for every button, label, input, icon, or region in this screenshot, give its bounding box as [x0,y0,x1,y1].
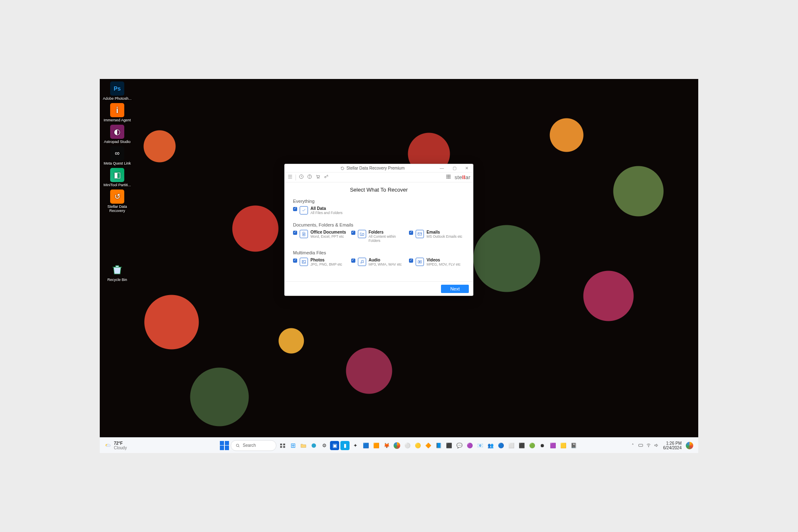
meta-quest-icon [110,146,124,160]
phonelink-icon[interactable]: ▮ [340,441,350,450]
menu-icon[interactable] [287,174,293,181]
teams-icon[interactable]: 👥 [486,441,495,450]
chrome-icon[interactable] [392,441,401,450]
app-generic-7-icon[interactable]: 🔵 [496,441,505,450]
desktop-icon-minitool[interactable]: MiniTool Partiti... [102,168,132,187]
wifi-icon[interactable] [646,443,651,448]
checkbox-audio[interactable] [351,259,355,263]
explorer-icon[interactable] [299,441,308,450]
desktop-icon-photoshop[interactable]: Adobe Photosh... [102,81,132,101]
messenger-icon[interactable]: 💬 [455,441,464,450]
svg-point-22 [236,444,239,446]
volume-icon[interactable] [654,443,659,448]
history-icon[interactable] [298,174,304,181]
edge-icon[interactable] [309,441,318,450]
option-audio[interactable]: Audio MP3, WMA, WAV etc [351,258,407,266]
start-button[interactable] [220,441,229,450]
svg-rect-23 [280,443,282,445]
checkbox-videos[interactable] [409,259,413,263]
checkbox-folders[interactable] [351,231,355,235]
document-icon [300,230,308,238]
svg-rect-26 [283,446,285,448]
minimize-button[interactable]: — [436,166,448,170]
astropad-icon [110,125,124,139]
app-generic-5-icon[interactable]: 📘 [434,441,443,450]
app-generic-2-icon[interactable]: 🟧 [372,441,381,450]
svg-point-4 [319,177,320,178]
weather-cond: Cloudy [114,446,127,450]
app-generic-8-icon[interactable]: ⬜ [507,441,516,450]
email-icon [416,230,424,238]
svg-rect-25 [280,446,282,448]
option-folders[interactable]: Folders All Content within Folders [351,230,407,243]
checkbox-emails[interactable] [409,231,413,235]
outer-frame: Adobe Photosh... Immersed Agent Astropad… [0,0,798,532]
option-emails[interactable]: Emails MS Outlook Emails etc [409,230,465,243]
titlebar[interactable]: Stellar Data Recovery Premium — ▢ ✕ [285,164,473,172]
keyboard-icon[interactable] [638,443,643,448]
svg-point-19 [362,262,363,263]
copilot-icon[interactable]: ✦ [351,441,360,450]
svg-rect-6 [446,175,447,175]
app-generic-13-icon[interactable]: 📓 [569,441,578,450]
settings-icon[interactable]: ⚙ [320,441,329,450]
all-data-icon [300,206,308,214]
next-button[interactable]: Next [441,285,469,293]
svg-rect-10 [448,176,449,177]
discord-icon[interactable]: 🟣 [465,441,474,450]
notifications-icon[interactable] [686,442,693,449]
recycle-bin-icon [110,263,124,277]
taskbar: 72°F Cloudy Search ⊞ ⚙ ▣ ▮ [100,437,698,453]
maximize-button[interactable]: ▢ [448,166,461,170]
svg-rect-12 [446,177,447,178]
checkbox-all-data[interactable] [293,207,297,211]
option-photos[interactable]: Photos JPG, PNG, BMP etc [293,258,349,266]
app-generic-9-icon[interactable]: ⬛ [517,441,526,450]
system-tray[interactable] [638,443,659,448]
whatsapp-icon[interactable]: 🟢 [527,441,537,450]
video-icon [416,258,424,266]
opt-sub: All Files and Folders [310,211,342,215]
desktop-icon-stellar[interactable]: Stellar Data Recovery [102,190,132,213]
key-icon[interactable] [323,174,329,181]
svg-point-3 [317,177,318,178]
app-title-icon [340,166,345,170]
icon-label: Adobe Photosh... [102,96,132,101]
steam-icon[interactable]: ⚪ [403,441,412,450]
task-view-icon[interactable] [278,441,287,450]
store-icon[interactable]: ▣ [330,441,339,450]
taskbar-search[interactable]: Search [231,440,276,451]
apps-grid-icon[interactable] [446,174,451,181]
tray-chevron-up-icon[interactable]: ˄ [632,443,634,448]
desktop-icon-astropad[interactable]: Astropad Studio [102,125,132,144]
app-generic-12-icon[interactable]: 🟨 [559,441,568,450]
app-generic-3-icon[interactable]: 🟡 [413,441,422,450]
svg-point-2 [310,177,310,177]
option-office-documents[interactable]: Office Documents Word, Excel, PPT etc [293,230,349,243]
firefox-icon[interactable]: 🦊 [382,441,391,450]
desktop: Adobe Photosh... Immersed Agent Astropad… [100,79,698,453]
app-generic-11-icon[interactable]: 🟪 [548,441,557,450]
checkbox-office[interactable] [293,231,297,235]
search-icon [235,443,240,448]
taskbar-clock[interactable]: 1:26 PM 6/24/2024 [663,441,682,450]
option-videos[interactable]: Videos MPEG, MOV, FLV etc [409,258,465,266]
desktop-icon-immersed[interactable]: Immersed Agent [102,103,132,122]
svg-point-29 [648,446,648,447]
option-all-data[interactable]: All Data All Files and Folders [293,206,465,215]
svg-rect-28 [638,444,643,446]
svg-rect-9 [446,176,447,177]
app-generic-4-icon[interactable]: 🔶 [424,441,433,450]
taskbar-weather[interactable]: 72°F Cloudy [100,441,212,450]
desktop-icon-metaquest[interactable]: Meta Quest Link [102,146,132,165]
widgets-icon[interactable]: ⊞ [288,441,298,450]
outlook-icon[interactable]: 📧 [475,441,485,450]
help-icon[interactable] [307,174,313,181]
cart-icon[interactable] [315,174,321,181]
checkbox-photos[interactable] [293,259,297,263]
close-button[interactable]: ✕ [461,166,473,170]
app-generic-6-icon[interactable]: ⬛ [444,441,453,450]
app-generic-1-icon[interactable]: 🟦 [361,441,370,450]
desktop-icon-recyclebin[interactable]: Recycle Bin [102,263,132,282]
app-generic-10-icon[interactable]: ⏺ [538,441,547,450]
